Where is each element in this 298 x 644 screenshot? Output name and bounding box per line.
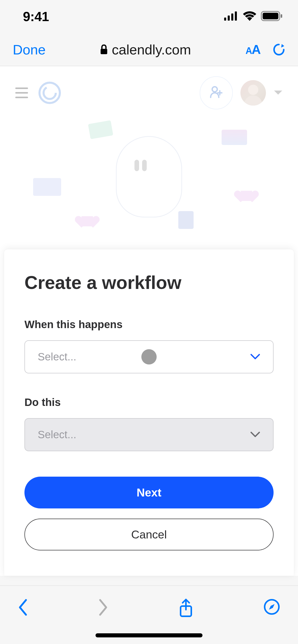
svg-rect-2 <box>231 13 233 21</box>
svg-point-9 <box>44 87 56 99</box>
safari-address-bar: Done calendly.com AA <box>0 33 298 66</box>
svg-point-10 <box>212 87 217 92</box>
next-button[interactable]: Next <box>24 477 274 508</box>
text-size-button[interactable]: AA <box>246 42 260 57</box>
chevron-down-icon <box>250 431 260 438</box>
trigger-label: When this happens <box>24 318 274 331</box>
svg-rect-5 <box>263 13 278 19</box>
back-button[interactable] <box>18 598 28 616</box>
status-time: 9:41 <box>23 9 49 24</box>
calendly-logo-icon[interactable] <box>38 81 61 104</box>
svg-rect-6 <box>281 14 282 18</box>
svg-rect-0 <box>224 18 226 21</box>
done-button[interactable]: Done <box>13 42 46 57</box>
cancel-button[interactable]: Cancel <box>24 519 274 550</box>
svg-rect-3 <box>235 11 237 21</box>
chevron-down-icon <box>250 354 260 360</box>
forward-button <box>98 598 108 616</box>
trigger-placeholder: Select... <box>38 351 76 363</box>
reload-button[interactable] <box>273 42 285 57</box>
create-workflow-card: Create a workflow When this happens Sele… <box>4 249 294 576</box>
battery-icon <box>261 11 283 22</box>
avatar[interactable] <box>240 80 266 106</box>
web-page-content: Create a workflow When this happens Sele… <box>0 66 298 576</box>
hero-illustration <box>0 120 298 234</box>
card-title: Create a workflow <box>24 272 274 293</box>
home-indicator[interactable] <box>96 633 202 637</box>
ios-status-bar: 9:41 <box>0 0 298 33</box>
person-plus-icon <box>209 85 223 100</box>
safari-compass-button[interactable] <box>263 598 280 615</box>
action-select[interactable]: Select... <box>24 418 274 451</box>
cellular-icon <box>224 11 238 22</box>
caret-down-icon[interactable] <box>274 90 283 96</box>
svg-rect-1 <box>228 16 230 21</box>
action-label: Do this <box>24 396 274 408</box>
menu-icon[interactable] <box>15 87 28 98</box>
wifi-icon <box>243 11 256 22</box>
trigger-select[interactable]: Select... <box>24 340 274 373</box>
lock-icon <box>100 45 108 55</box>
action-placeholder: Select... <box>38 429 76 441</box>
cursor-indicator <box>141 349 157 364</box>
app-header <box>0 66 298 120</box>
svg-rect-7 <box>101 49 107 54</box>
share-button[interactable] <box>179 598 193 618</box>
url-domain: calendly.com <box>112 42 191 57</box>
invite-user-button[interactable] <box>200 76 233 109</box>
url-display[interactable]: calendly.com <box>100 42 191 57</box>
status-indicators <box>224 11 283 22</box>
